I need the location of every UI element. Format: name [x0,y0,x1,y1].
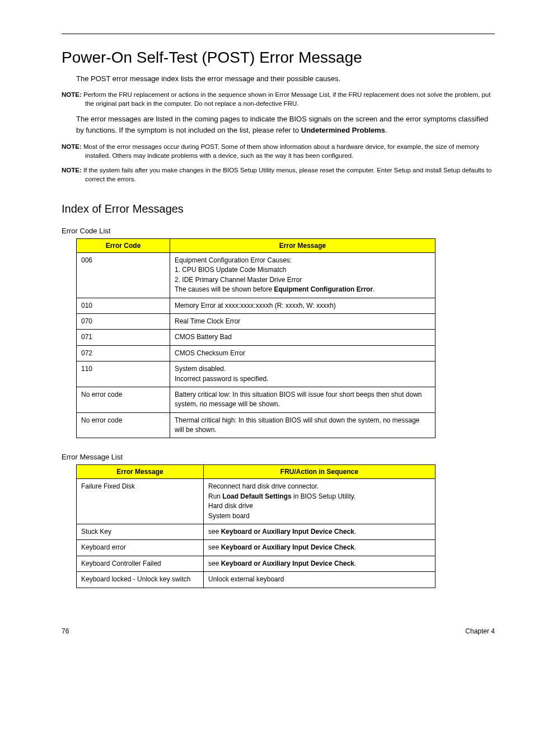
cell-msg: Thermal critical high: In this situation… [170,412,435,438]
table-row: 010 Memory Error at xxxx:xxxx:xxxxh (R: … [77,298,435,313]
cell-msg: Battery critical low: In this situation … [170,387,435,412]
cell-msg: Equipment Configuration Error Causes: 1.… [170,252,435,298]
line4b: . [373,285,374,293]
table-header-row: Error Code Error Message [77,238,435,252]
cell-action: Reconnect hard disk drive connector. Run… [204,479,435,524]
line4bold: Equipment Configuration Error [274,285,373,293]
a: see [208,543,221,551]
table-row: Stuck Key see Keyboard or Auxiliary Inpu… [77,524,435,540]
table-header-row: Error Message FRU/Action in Sequence [77,465,435,479]
note-label: NOTE: [62,91,82,98]
cell-action: see Keyboard or Auxiliary Input Device C… [204,524,435,540]
table-row: Failure Fixed Disk Reconnect hard disk d… [77,479,435,524]
cell-action: see Keyboard or Auxiliary Input Device C… [204,540,435,556]
page-number: 76 [62,627,69,635]
table-row: Keyboard locked - Unlock key switch Unlo… [77,572,435,588]
cell-code: 070 [77,313,170,329]
line: 2. IDE Primary Channel Master Drive Erro… [175,276,302,284]
page-title: Power-On Self-Test (POST) Error Message [62,49,495,67]
chapter-label: Chapter 4 [465,627,495,635]
note-text: If the system fails after you make chang… [83,167,491,182]
line: System board [208,512,250,520]
cell-code: 006 [77,252,170,298]
para-2: The error messages are listed in the com… [76,114,495,136]
table-row: 072 CMOS Checksum Error [77,345,435,361]
para2-a: The error messages are listed in the com… [76,115,488,134]
cell-code: 110 [77,361,170,387]
bold: Keyboard or Auxiliary Input Device Check [221,543,354,551]
cell-code: 071 [77,330,170,345]
cell-code: 010 [77,298,170,313]
note-1: NOTE: Perform the FRU replacement or act… [62,90,495,108]
cell-msg: CMOS Checksum Error [170,345,435,361]
note-2: NOTE: Most of the error messages occur d… [62,142,495,160]
cell-code: No error code [77,387,170,412]
cell-msg: System disabled. Incorrect password is s… [170,361,435,387]
cell-code: No error code [77,412,170,438]
table-row: Keyboard Controller Failed see Keyboard … [77,556,435,571]
cell-msg: Real Time Clock Error [170,313,435,329]
cell-msg: Keyboard locked - Unlock key switch [77,572,204,588]
th-error-message: Error Message [77,465,204,479]
th-error-code: Error Code [77,238,170,252]
table-row: 071 CMOS Battery Bad [77,330,435,345]
table-row: No error code Battery critical low: In t… [77,387,435,412]
para2-b: . [385,126,387,134]
a: see [208,528,221,536]
note-text: Most of the error messages occur during … [83,143,479,159]
line4a: The causes will be shown before [175,285,274,293]
cell-msg: CMOS Battery Bad [170,330,435,345]
table2-caption: Error Message List [62,453,495,461]
line2b: in BIOS Setup Utility. [292,492,356,500]
table-row: No error code Thermal critical high: In … [77,412,435,438]
b: . [354,560,356,567]
th-fru-action: FRU/Action in Sequence [204,465,435,479]
table1-caption: Error Code List [62,227,495,235]
table-row: Keyboard error see Keyboard or Auxiliary… [77,540,435,556]
error-message-table: Error Message FRU/Action in Sequence Fai… [76,464,435,588]
line: Incorrect password is specified. [175,375,268,383]
para2-bold: Undetermined Problems [301,126,385,134]
note-text: Perform the FRU replacement or actions i… [83,91,490,107]
cell-msg: Memory Error at xxxx:xxxx:xxxxh (R: xxxx… [170,298,435,313]
cell-code: 072 [77,345,170,361]
page-footer: 76 Chapter 4 [62,627,495,635]
b: . [354,543,356,551]
error-code-table: Error Code Error Message 006 Equipment C… [76,238,435,438]
line: 1. CPU BIOS Update Code Mismatch [175,266,286,274]
th-error-message: Error Message [170,238,435,252]
note-label: NOTE: [62,143,82,150]
cell-action: Unlock external keyboard [204,572,435,588]
line: System disabled. [175,365,226,373]
table-row: 070 Real Time Clock Error [77,313,435,329]
cell-msg: Keyboard error [77,540,204,556]
page: Power-On Self-Test (POST) Error Message … [0,0,534,658]
table-row: 006 Equipment Configuration Error Causes… [77,252,435,298]
cell-action: see Keyboard or Auxiliary Input Device C… [204,556,435,571]
note-label: NOTE: [62,167,82,173]
cell-msg: Stuck Key [77,524,204,540]
line: Hard disk drive [208,502,253,510]
bold: Keyboard or Auxiliary Input Device Check [221,528,354,536]
cell-msg: Failure Fixed Disk [77,479,204,524]
line2a: Run [208,492,222,500]
table-row: 110 System disabled. Incorrect password … [77,361,435,387]
a: see [208,560,221,567]
b: . [354,528,356,536]
bold: Keyboard or Auxiliary Input Device Check [221,560,354,567]
line: Equipment Configuration Error Causes: [175,256,292,264]
line2bold: Load Default Settings [222,492,291,500]
intro-paragraph: The POST error message index lists the e… [76,73,495,84]
note-3: NOTE: If the system fails after you make… [62,166,495,184]
top-rule [62,34,495,34]
line: Reconnect hard disk drive connector. [208,482,318,490]
cell-msg: Keyboard Controller Failed [77,556,204,571]
section-subhead: Index of Error Messages [62,203,495,215]
